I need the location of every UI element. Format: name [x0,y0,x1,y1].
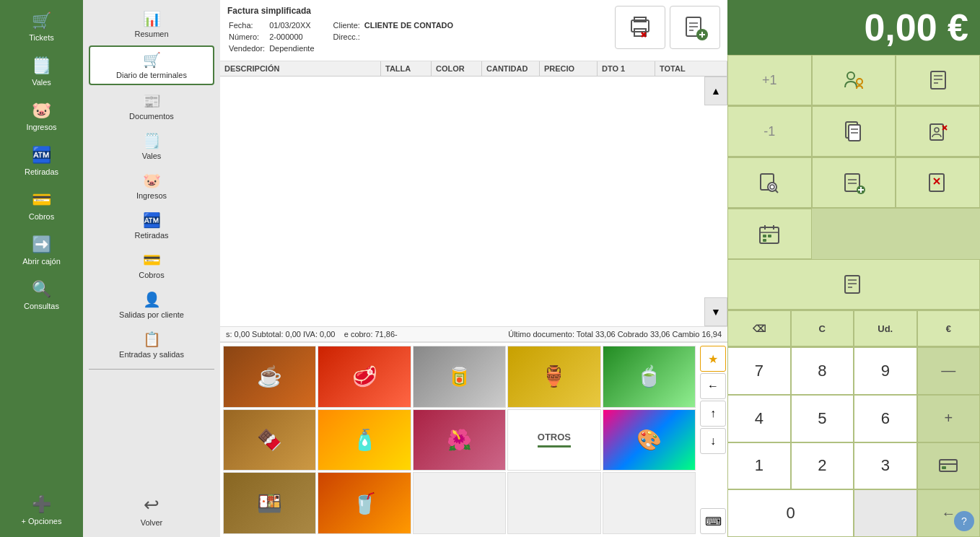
customer-icon [842,69,865,92]
num-1[interactable]: 1 [727,442,791,490]
plus1-button[interactable]: +1 [727,55,812,105]
nav-ingresos-icon: 🐷 [143,172,161,189]
sidebar-item-ingresos[interactable]: 🐷 Ingresos [0,95,83,137]
num-4[interactable]: 4 [727,395,791,442]
product-cell-11[interactable]: 🥤 [318,472,411,534]
calendar-icon [758,222,781,245]
nav-item-retiradas[interactable]: 🏧 Retiradas [89,207,214,244]
product-cell-8[interactable]: 🌺 [413,409,506,471]
product-cell-14[interactable] [603,472,696,534]
sidebar-item-opciones[interactable]: ➕ + Opciones [0,489,83,531]
minus1-label: -1 [764,124,775,139]
scroll-products-up-button[interactable]: ↑ [700,401,726,427]
product-cell-5[interactable]: 🍵 [603,346,696,408]
calendar-button[interactable] [727,209,812,259]
svg-rect-50 [940,460,957,471]
direcc-label: Direcc.: [319,32,363,42]
plus1-label: +1 [762,73,777,88]
person-doc-button[interactable] [896,106,980,157]
product-cell-3[interactable]: 🥫 [413,346,506,408]
sidebar-item-vales[interactable]: 🗒️ Vales [0,51,83,92]
nav-item-ingresos[interactable]: 🐷 Ingresos [89,167,214,204]
search-doc-button[interactable] [727,157,812,208]
sidebar-item-abrir-cajon[interactable]: ➡️ Abrir cajón [0,230,83,271]
num-0[interactable]: 0 [727,489,854,537]
num-6[interactable]: 6 [854,395,917,442]
scroll-products-down-button[interactable]: ↓ [700,428,726,454]
print-delete-button[interactable] [615,6,665,49]
search-doc-icon [758,171,781,194]
num-9[interactable]: 9 [854,347,917,395]
units-button[interactable]: Ud. [854,310,917,346]
nav-item-entradas-salidas[interactable]: 📋 Entradas y salidas [89,326,214,363]
numero-label: Número: [229,32,268,42]
nav-back-button[interactable]: ↩ Volver [89,489,214,531]
sidebar-item-retiradas[interactable]: 🏧 Retiradas [0,140,83,182]
scroll-up-button[interactable]: ▲ [704,77,727,105]
status-left: s: 0,00 Subtotal: 0,00 IVA: 0,00 e cobro… [226,330,398,339]
sidebar-item-consultas[interactable]: 🔍 Consultas [0,274,83,316]
cobro-info: e cobro: 71,86- [344,330,398,339]
num-3[interactable]: 3 [854,442,917,490]
opciones-icon: ➕ [32,495,51,514]
svg-line-29 [775,190,778,193]
customer-button[interactable] [812,55,896,105]
nav-item-vales[interactable]: 🗒️ Vales [89,128,214,165]
receipt-button[interactable] [896,55,980,105]
doc-view-button[interactable] [727,259,980,310]
num-5[interactable]: 5 [791,395,854,442]
num-2[interactable]: 2 [791,442,854,490]
person-doc-icon [927,120,950,143]
delete-button[interactable]: ⌫ [727,310,791,346]
action-row-1: +1 [727,55,980,106]
product-area: ☕ 🥩 🥫 🏺 🍵 [220,342,727,537]
nav-item-diario[interactable]: 🛒 Diario de terminales [89,45,214,85]
sidebar-label-retiradas: Retiradas [25,167,58,176]
nav-item-documentos[interactable]: 📰 Documentos [89,88,214,125]
new-invoice-icon [682,14,708,40]
sidebar-item-cobros[interactable]: 💳 Cobros [0,185,83,227]
subtotal-info: s: 0,00 Subtotal: 0,00 IVA: 0,00 [226,330,335,339]
product-cell-otros[interactable]: OTROS [507,409,600,471]
product-cell-7[interactable]: 🧴 [318,409,411,471]
clear-button[interactable]: C [791,310,854,346]
cliente-value: CLIENTE DE CONTADO [364,20,456,30]
grid-controls: ★ ← ↑ ↓ ⌨ [699,343,727,537]
plus-button[interactable]: + [917,395,981,442]
cancel-doc-button[interactable] [896,157,980,208]
product-cell-2[interactable]: 🥩 [318,346,411,408]
num-8[interactable]: 8 [791,347,854,395]
new-invoice-button[interactable] [670,6,720,49]
nav-item-cobros[interactable]: 💳 Cobros [89,247,214,284]
back-arrow-button[interactable]: ← [700,373,726,399]
col-descripcion: DESCRIPCIÓN [220,61,381,76]
add-line-button[interactable] [812,157,896,208]
euro-button[interactable]: € [917,310,981,346]
payment-button[interactable] [917,442,981,490]
minus1-button[interactable]: -1 [727,106,812,157]
num-7[interactable]: 7 [727,347,791,395]
numpad-top: ⌫ C Ud. € [727,310,980,347]
sidebar-item-tickets[interactable]: 🛒 Tickets [0,6,83,48]
add-line-icon [842,171,865,194]
table-header: DESCRIPCIÓN TALLA COLOR CANTIDAD PRECIO … [220,61,727,77]
document-list-button[interactable] [812,106,896,157]
minus-button[interactable]: — [917,347,981,395]
keyboard-button[interactable]: ⌨ [700,508,726,534]
product-cell-9[interactable]: 🎨 [603,409,696,471]
payment-icon [938,455,958,476]
product-cell-1[interactable]: ☕ [223,346,316,408]
nav-item-resumen[interactable]: 📊 Resumen [89,6,214,43]
scroll-down-button[interactable]: ▼ [704,297,727,326]
nav-item-salidas-cliente[interactable]: 👤 Salidas por cliente [89,287,214,323]
product-cell-4[interactable]: 🏺 [507,346,600,408]
product-cell-13[interactable] [507,472,600,534]
sidebar-label-consultas: Consultas [24,302,59,310]
product-cell-10[interactable]: 🍱 [223,472,316,534]
product-cell-12[interactable] [413,472,506,534]
product-cell-6[interactable]: 🍫 [223,409,316,471]
nav-back-label: Volver [141,518,163,527]
sidebar-label-cajon: Abrir cajón [22,257,61,266]
help-button[interactable]: ? [954,511,974,531]
favorites-button[interactable]: ★ [700,346,726,372]
